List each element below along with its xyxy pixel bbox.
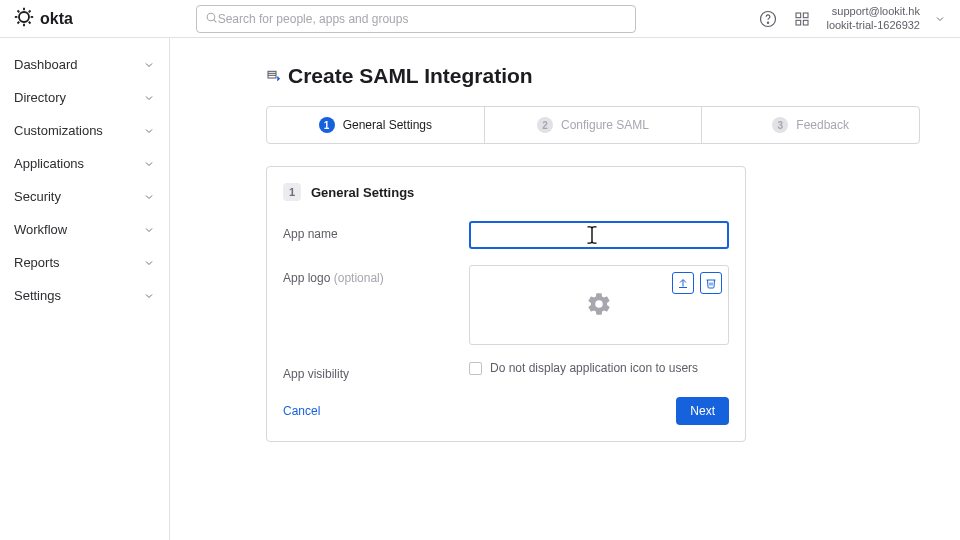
svg-rect-14 [804,13,809,18]
sidebar-item-label: Dashboard [14,57,78,72]
app-header: okta support@lookit.hk lookit-trial-1626… [0,0,960,38]
brand-name: okta [40,10,73,28]
app-name-label: App name [283,221,469,241]
svg-line-8 [29,10,31,12]
svg-rect-15 [796,20,801,25]
sidebar-item-applications[interactable]: Applications [0,147,169,180]
step-label: General Settings [343,118,432,132]
global-search[interactable] [196,5,636,33]
chevron-down-icon [143,92,155,104]
sidebar-item-settings[interactable]: Settings [0,279,169,312]
cancel-button[interactable]: Cancel [283,404,320,418]
step-configure-saml[interactable]: 2 Configure SAML [485,107,703,143]
step-general-settings[interactable]: 1 General Settings [267,107,485,143]
svg-line-7 [18,21,20,23]
step-feedback[interactable]: 3 Feedback [702,107,919,143]
chevron-down-icon [143,158,155,170]
panel-step-badge: 1 [283,183,301,201]
svg-line-5 [18,10,20,12]
sidebar-item-label: Reports [14,255,60,270]
help-icon[interactable] [758,9,778,29]
sidebar-item-label: Settings [14,288,61,303]
account-menu[interactable]: support@lookit.hk lookit-trial-1626932 [826,5,920,33]
wizard-stepper: 1 General Settings 2 Configure SAML 3 Fe… [266,106,920,144]
sidebar-item-label: Applications [14,156,84,171]
chevron-down-icon [143,191,155,203]
search-icon [205,11,218,27]
sidebar-item-workflow[interactable]: Workflow [0,213,169,246]
hide-icon-checkbox[interactable] [469,362,482,375]
next-button[interactable]: Next [676,397,729,425]
sidebar-item-label: Workflow [14,222,67,237]
optional-hint: (optional) [334,271,384,285]
svg-line-10 [213,19,216,22]
step-label: Configure SAML [561,118,649,132]
sidebar-item-label: Security [14,189,61,204]
account-org: lookit-trial-1626932 [826,19,920,33]
sidebar-item-label: Directory [14,90,66,105]
step-label: Feedback [796,118,849,132]
sidebar-item-reports[interactable]: Reports [0,246,169,279]
chevron-down-icon [143,125,155,137]
upload-logo-button[interactable] [672,272,694,294]
svg-point-12 [768,22,769,23]
app-logo-dropzone[interactable] [469,265,729,345]
sidebar-item-label: Customizations [14,123,103,138]
app-name-input[interactable] [469,221,729,249]
svg-rect-16 [804,20,809,25]
svg-point-9 [207,13,215,21]
step-number: 2 [537,117,553,133]
chevron-down-icon [143,290,155,302]
svg-rect-17 [268,71,276,78]
chevron-down-icon [143,59,155,71]
chevron-down-icon [143,257,155,269]
chevron-down-icon[interactable] [934,13,946,25]
app-visibility-label: App visibility [283,361,469,381]
gear-icon [586,291,612,320]
svg-line-6 [29,21,31,23]
panel-title: General Settings [311,185,414,200]
page-title: Create SAML Integration [288,64,533,88]
sidebar-item-security[interactable]: Security [0,180,169,213]
okta-logo-icon [14,7,34,31]
svg-rect-13 [796,13,801,18]
general-settings-panel: 1 General Settings App name App logo (op… [266,166,746,442]
apps-grid-icon[interactable] [792,9,812,29]
hide-icon-checkbox-label: Do not display application icon to users [490,361,698,375]
step-number: 1 [319,117,335,133]
sidebar-item-dashboard[interactable]: Dashboard [0,48,169,81]
integration-icon [266,68,282,84]
svg-point-0 [19,12,29,22]
brand-logo[interactable]: okta [14,7,73,31]
step-number: 3 [772,117,788,133]
sidebar-nav: Dashboard Directory Customizations Appli… [0,38,170,540]
chevron-down-icon [143,224,155,236]
account-email: support@lookit.hk [826,5,920,19]
sidebar-item-directory[interactable]: Directory [0,81,169,114]
sidebar-item-customizations[interactable]: Customizations [0,114,169,147]
search-input[interactable] [218,12,627,26]
delete-logo-button[interactable] [700,272,722,294]
app-logo-label: App logo (optional) [283,265,469,285]
